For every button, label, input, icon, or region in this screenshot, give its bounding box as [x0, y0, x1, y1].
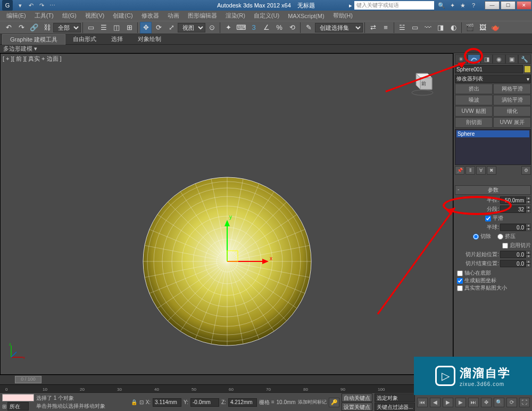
x-coord-field[interactable]	[153, 398, 181, 407]
manipulate-icon[interactable]: ✦	[222, 22, 234, 34]
make-unique-icon[interactable]: ∀	[476, 166, 486, 175]
slice-from-input[interactable]	[500, 251, 526, 258]
ribbon-tab-objectpaint[interactable]: 对象绘制	[130, 34, 169, 44]
select-rotate-icon[interactable]: ⟳	[153, 22, 164, 34]
radius-input[interactable]	[500, 196, 526, 204]
radius-spin-up[interactable]: ▴	[526, 196, 531, 200]
unlink-icon[interactable]: ⛓	[41, 22, 53, 34]
slice-on-checkbox[interactable]	[502, 243, 508, 249]
prev-frame-icon[interactable]: ◀	[430, 398, 440, 407]
ribbon-tab-graphite[interactable]: Graphite 建模工具	[2, 34, 65, 45]
nav-orbit-icon[interactable]: ⟳	[506, 398, 517, 407]
ribbon-tab-selection[interactable]: 选择	[104, 34, 130, 44]
mirror-icon[interactable]: ⇄	[367, 22, 379, 34]
menu-edit[interactable]: 编辑(E)	[2, 12, 30, 20]
mod-noise[interactable]: 噪波	[455, 95, 493, 105]
key-target-dropdown[interactable]: 选定对象	[375, 393, 415, 402]
segments-input[interactable]	[500, 206, 526, 213]
menu-grapheditors[interactable]: 图形编辑器	[184, 12, 221, 20]
next-frame-icon[interactable]: ▶	[455, 398, 466, 407]
panel-tab-create[interactable]: ✳	[455, 54, 468, 64]
modifier-list-dropdown[interactable]: 修改器列表▾	[455, 75, 531, 83]
percent-snap-icon[interactable]: %	[273, 22, 285, 34]
menu-rendering[interactable]: 渲染(R)	[221, 12, 250, 20]
hemi-input[interactable]	[500, 224, 526, 231]
ribbon-toggle-icon[interactable]: ▭	[409, 22, 421, 34]
mod-uvwmap[interactable]: UVW 贴图	[455, 106, 493, 117]
use-center-icon[interactable]: ⊙	[206, 22, 218, 34]
mod-turbosmooth[interactable]: 涡轮平滑	[493, 95, 531, 105]
menu-help[interactable]: 帮助(H)	[329, 12, 357, 20]
viewport[interactable]: [ + ][ 前 ][ 真实 + 边面 ]	[0, 53, 453, 375]
keyboard-icon[interactable]: ⌨	[235, 22, 247, 34]
angle-snap-icon[interactable]: ∠	[261, 22, 272, 34]
mod-extrude[interactable]: 挤出	[455, 84, 493, 94]
search-icon[interactable]: 🔍	[437, 1, 446, 10]
render-icon[interactable]: 🫖	[489, 22, 501, 34]
menu-modifiers[interactable]: 修改器	[137, 12, 163, 20]
qat-more-icon[interactable]: ⋯	[47, 1, 57, 10]
key-filters-button[interactable]: 关键点过滤器...	[375, 402, 415, 411]
favorite-icon[interactable]: ★	[458, 1, 468, 10]
modifier-stack[interactable]: Sphere	[455, 129, 531, 165]
undo-icon[interactable]: ↶	[3, 22, 14, 34]
mod-slice[interactable]: 剖切面	[455, 117, 493, 128]
mod-tessellate[interactable]: 细化	[493, 106, 531, 117]
material-editor-icon[interactable]: ◐	[447, 22, 459, 34]
select-region-icon[interactable]: ◫	[111, 22, 122, 34]
nav-zoom-icon[interactable]: 🔍	[494, 398, 504, 407]
goto-end-icon[interactable]: ⏭	[468, 398, 479, 407]
remove-mod-icon[interactable]: ✖	[487, 166, 496, 175]
configure-sets-icon[interactable]: ⚙	[521, 166, 531, 175]
smooth-checkbox[interactable]	[485, 216, 491, 221]
key-mode-icon[interactable]: 🔑	[329, 398, 339, 407]
lock-selection-icon[interactable]: 🔒	[131, 399, 137, 405]
isolate-icon[interactable]: ⊡	[139, 399, 144, 405]
play-icon[interactable]: ▶	[443, 398, 453, 407]
selection-filter[interactable]: 全部	[53, 23, 81, 32]
edit-named-sel-icon[interactable]: ✎	[303, 22, 314, 34]
qat-open-icon[interactable]: ▾	[15, 1, 25, 10]
title-play-icon[interactable]: ▸	[349, 2, 352, 9]
chop-radio[interactable]	[473, 234, 479, 240]
track-bar-top[interactable]	[2, 394, 34, 401]
comm-icon[interactable]: ✦	[447, 1, 457, 10]
menu-create[interactable]: 创建(C)	[109, 12, 137, 20]
panel-tab-display[interactable]: ▣	[505, 54, 518, 64]
nav-max-icon[interactable]: ⛶	[519, 398, 530, 407]
rollout-parameters[interactable]: -参数	[455, 185, 531, 195]
select-move-icon[interactable]: ✥	[140, 22, 152, 34]
object-name-field[interactable]	[455, 65, 523, 73]
align-icon[interactable]: ≡	[380, 22, 392, 34]
select-scale-icon[interactable]: ⤢	[165, 22, 177, 34]
select-object-icon[interactable]: ▭	[85, 22, 97, 34]
show-end-result-icon[interactable]: Ⅱ	[466, 166, 475, 175]
menu-tools[interactable]: 工具(T)	[30, 12, 58, 20]
help-icon[interactable]: ?	[469, 1, 478, 10]
ribbon-tab-freeform[interactable]: 自由形式	[65, 34, 104, 44]
pin-stack-icon[interactable]: 📌	[455, 166, 464, 175]
set-key-button[interactable]: 设置关键点	[342, 402, 372, 411]
ref-coord-system[interactable]: 视图	[178, 23, 205, 32]
panel-tab-hierarchy[interactable]: ◨	[480, 54, 493, 64]
menu-customize[interactable]: 自定义(U)	[250, 12, 284, 20]
menu-group[interactable]: 组(G)	[58, 12, 81, 20]
panel-tab-modify[interactable]	[468, 54, 480, 64]
qat-undo-icon[interactable]: ↶	[26, 1, 36, 10]
menu-animation[interactable]: 动画	[163, 12, 184, 20]
link-icon[interactable]: 🔗	[28, 22, 40, 34]
location-field[interactable]: 所在行:	[7, 402, 29, 410]
panel-tab-motion[interactable]: ◉	[493, 54, 505, 64]
time-tag-area[interactable]: 添加时间标记	[298, 399, 327, 406]
base-pivot-checkbox[interactable]	[457, 270, 463, 276]
auto-key-button[interactable]: 自动关键点	[342, 393, 372, 402]
y-coord-field[interactable]	[190, 398, 219, 407]
spinner-snap-icon[interactable]: ⟲	[286, 22, 298, 34]
segments-spin-up[interactable]: ▴	[526, 206, 531, 209]
slice-to-input[interactable]	[500, 260, 526, 267]
menu-views[interactable]: 视图(V)	[81, 12, 109, 20]
time-slider-thumb[interactable]: 0 / 100	[15, 376, 41, 383]
render-frame-icon[interactable]: 🖼	[477, 22, 488, 34]
ribbon-polygon-modeling[interactable]: 多边形建模	[3, 45, 32, 52]
redo-icon[interactable]: ↷	[15, 22, 27, 34]
